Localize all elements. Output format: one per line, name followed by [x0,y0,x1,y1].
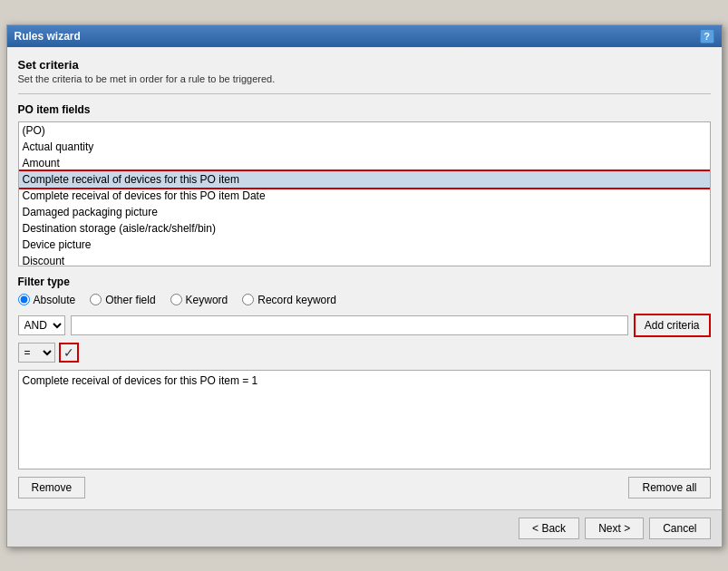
filter-type-section: Filter type AbsoluteOther fieldKeywordRe… [18,276,711,306]
result-box: Complete receival of devices for this PO… [18,370,711,469]
section-title: Set criteria [18,58,711,72]
divider-top [18,93,711,94]
radio-keyword[interactable] [170,294,182,305]
section-desc: Set the criteria to be met in order for … [18,73,711,84]
po-fields-listbox[interactable]: (PO)Actual quantityAmountComplete receiv… [18,121,711,266]
radio-other_field[interactable] [90,294,102,305]
and-or-select[interactable]: AND OR [18,315,65,335]
list-item[interactable]: Actual quantity [19,139,710,155]
list-item[interactable]: Destination storage (aisle/rack/shelf/bi… [19,220,710,237]
filter-radio-keyword[interactable]: Keyword [170,294,228,306]
sub-row: = != > < >= <= ✓ [18,343,711,363]
eq-operator-select[interactable]: = != > < >= <= [18,343,55,363]
filter-type-label: Filter type [18,276,711,288]
list-item[interactable]: Complete receival of devices for this PO… [19,171,710,188]
list-item[interactable]: (PO) [19,122,710,139]
radio-absolute[interactable] [18,294,30,305]
radio-label-other_field: Other field [105,294,155,306]
result-text: Complete receival of devices for this PO… [23,374,258,387]
help-icon[interactable]: ? [700,29,714,44]
cancel-button[interactable]: Cancel [649,518,710,539]
check-button[interactable]: ✓ [59,343,79,363]
filter-type-radio-group: AbsoluteOther fieldKeywordRecord keyword [18,294,711,306]
radio-label-keyword: Keyword [186,294,228,306]
po-fields-label: PO item fields [18,103,711,116]
radio-label-absolute: Absolute [34,294,76,306]
next-button[interactable]: Next > [585,518,644,539]
list-item[interactable]: Amount [19,155,710,171]
filter-radio-other_field[interactable]: Other field [90,294,155,306]
criteria-field-input[interactable]: Complete receival of devices for this PO… [71,315,628,335]
filter-radio-record_keyword[interactable]: Record keyword [242,294,336,306]
remove-button[interactable]: Remove [18,477,86,498]
radio-record_keyword[interactable] [242,294,254,305]
title-bar: Rules wizard ? [7,25,722,47]
list-item[interactable]: Device picture [19,237,710,253]
dialog-title: Rules wizard [15,30,81,43]
list-item[interactable]: Complete receival of devices for this PO… [19,188,710,204]
rules-wizard-dialog: Rules wizard ? Set criteria Set the crit… [6,24,723,547]
footer: < Back Next > Cancel [7,509,722,547]
remove-all-button[interactable]: Remove all [628,477,710,498]
dialog-body: Set criteria Set the criteria to be met … [7,47,722,509]
add-criteria-button[interactable]: Add criteria [634,314,711,337]
list-item[interactable]: Discount [19,253,710,266]
list-item[interactable]: Damaged packaging picture [19,204,710,220]
criteria-row: AND OR Complete receival of devices for … [18,314,711,337]
radio-label-record_keyword: Record keyword [257,294,336,306]
back-button[interactable]: < Back [519,518,579,539]
bottom-buttons-row: Remove Remove all [18,477,711,498]
filter-radio-absolute[interactable]: Absolute [18,294,76,306]
